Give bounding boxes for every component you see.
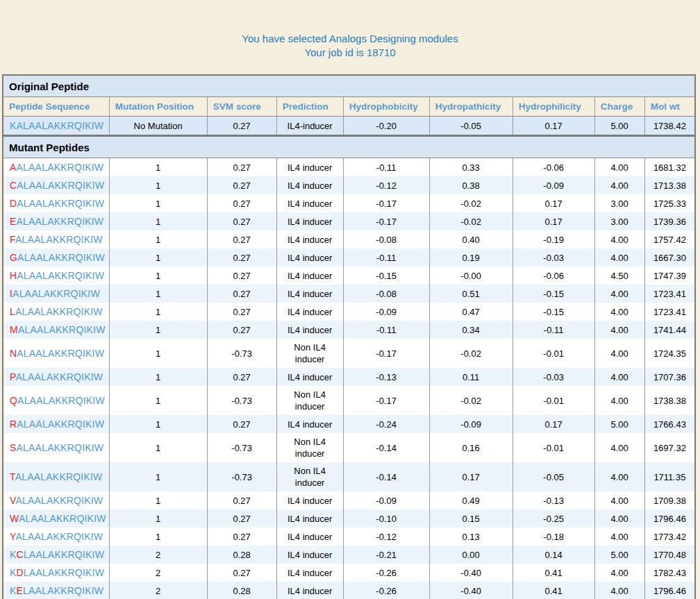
hydrophobicity: -0.15 — [343, 267, 429, 285]
sequence-suffix: ALAALAKKRQIKIW — [17, 216, 104, 227]
hydrophilicity: 0.41 — [512, 582, 594, 599]
svm-score: 0.27 — [207, 285, 276, 303]
sequence-suffix: ALAALAKKRQIKIW — [15, 306, 103, 317]
mutated-residue: V — [10, 495, 16, 506]
hydrophilicity: -0.05 — [512, 462, 594, 491]
mol-wt: 1697.32 — [644, 433, 695, 462]
svm-score: 0.27 — [207, 415, 276, 433]
mutation-position: 2 — [109, 564, 207, 582]
hydrophobicity: -0.12 — [343, 176, 429, 194]
mutant-sequence: SALAALAKKRQIKIW — [3, 433, 109, 462]
mutated-residue: Y — [10, 531, 16, 542]
svm-score: 0.27 — [207, 248, 276, 267]
svm-score: 0.27 — [207, 230, 276, 248]
hydropathicity: 0.16 — [429, 433, 512, 462]
mutant-sequence: IALAALAKKRQIKIW — [3, 285, 109, 303]
svm-score: 0.27 — [207, 321, 276, 339]
hydrophilicity: -0.06 — [512, 158, 594, 177]
hydrophobicity: -0.26 — [343, 564, 429, 582]
mutant-sequence: DALAALAKKRQIKIW — [3, 194, 109, 212]
svm-score: 0.27 — [207, 194, 276, 212]
mutation-position: 1 — [109, 386, 207, 415]
sequence-suffix: ALAALAKKRQIKIW — [16, 495, 103, 506]
mol-wt: 1766.43 — [644, 415, 695, 433]
prediction: IL4 inducer — [276, 267, 343, 285]
mutant-sequence: GALAALAKKRQIKIW — [3, 248, 109, 267]
mutation-position: 2 — [109, 546, 207, 564]
column-header-hydrophobicity: Hydrophobicity — [343, 97, 429, 117]
charge: 4.00 — [594, 303, 644, 321]
mutant-sequence: EALAALAKKRQIKIW — [3, 212, 109, 230]
column-header-peptide-sequence: Peptide Sequence — [3, 97, 109, 117]
mutated-residue: R — [10, 419, 17, 430]
section-header-mutant: Mutant Peptides — [3, 136, 695, 158]
charge: 3.00 — [594, 194, 644, 212]
mol-wt: 1738.38 — [644, 386, 695, 415]
mutant-peptide-row: LALAALAKKRQIKIW 1 0.27 IL4 inducer -0.09… — [3, 303, 695, 321]
mol-wt: 1713.38 — [644, 176, 695, 194]
mol-wt: 1770.48 — [644, 546, 695, 564]
mutant-rows: AALAALAKKRQIKIW 1 0.27 IL4 inducer -0.11… — [3, 158, 695, 599]
original-hydrophilicity: 0.17 — [512, 117, 594, 136]
mutation-position: 1 — [109, 158, 207, 177]
mutated-residue: P — [10, 371, 16, 382]
sequence-suffix: ALAALAKKRQIKIW — [17, 348, 104, 359]
hydrophobicity: -0.17 — [343, 194, 429, 212]
original-mol-wt: 1738.42 — [644, 117, 695, 136]
mutated-residue: C — [10, 180, 17, 191]
svm-score: -0.73 — [207, 433, 276, 462]
page-title: You have selected Analogs Designing modu… — [0, 32, 700, 46]
column-header-prediction: Prediction — [276, 97, 343, 117]
column-header-charge: Charge — [594, 97, 644, 117]
mutation-position: 1 — [109, 176, 207, 194]
mol-wt: 1741.44 — [644, 321, 695, 339]
hydropathicity: 0.00 — [429, 546, 512, 564]
charge: 3.00 — [594, 212, 644, 230]
svm-score: -0.73 — [207, 339, 276, 368]
mutant-peptide-row: WALAALAKKRQIKIW 1 0.27 IL4 inducer -0.10… — [3, 509, 695, 528]
mutant-peptide-row: KCLAALAKKRQIKIW 2 0.28 IL4 inducer -0.21… — [3, 546, 695, 564]
hydrophilicity: -0.09 — [512, 176, 594, 194]
hydrophilicity: -0.18 — [512, 528, 594, 546]
sequence-suffix: ALAALAKKRQIKIW — [18, 324, 106, 335]
prediction: IL4 inducer — [276, 285, 343, 303]
section-title-original: Original Peptide — [3, 75, 695, 97]
mutant-sequence: KDLAALAKKRQIKIW — [3, 564, 109, 582]
sequence-suffix: ALAALAKKRQIKIW — [15, 471, 103, 482]
mutation-position: 1 — [109, 303, 207, 321]
job-id-text: Your job id is 18710 — [0, 46, 700, 60]
prediction: IL4 inducer — [276, 509, 343, 528]
mutated-residue: C — [17, 549, 24, 560]
hydrophobicity: -0.17 — [343, 212, 429, 230]
mutant-peptide-row: PALAALAKKRQIKIW 1 0.27 IL4 inducer -0.13… — [3, 368, 695, 386]
hydrophobicity: -0.08 — [343, 285, 429, 303]
sequence-suffix: ALAALAKKRQIKIW — [17, 442, 104, 453]
mol-wt: 1782.43 — [644, 564, 695, 582]
hydrophilicity: -0.15 — [512, 303, 594, 321]
mutant-peptide-row: GALAALAKKRQIKIW 1 0.27 IL4 inducer -0.11… — [3, 248, 695, 267]
column-header-mol-wt: Mol wt — [644, 97, 695, 117]
column-header-row: Peptide Sequence Mutation Position SVM s… — [3, 97, 695, 117]
hydrophilicity: 0.14 — [512, 546, 594, 564]
hydrophilicity: 0.17 — [512, 212, 594, 230]
hydropathicity: 0.19 — [429, 248, 512, 267]
mutation-position: 1 — [109, 528, 207, 546]
hydrophobicity: -0.09 — [343, 303, 429, 321]
hydropathicity: 0.17 — [429, 462, 512, 491]
mutated-residue: L — [10, 306, 15, 317]
mutation-position: 1 — [109, 194, 207, 212]
hydropathicity: -0.09 — [429, 415, 512, 433]
mutant-peptide-row: AALAALAKKRQIKIW 1 0.27 IL4 inducer -0.11… — [3, 158, 695, 177]
mutant-sequence: NALAALAKKRQIKIW — [3, 339, 109, 368]
charge: 4.00 — [594, 509, 644, 528]
svm-score: 0.27 — [207, 303, 276, 321]
section-header-original: Original Peptide — [3, 75, 695, 97]
mol-wt: 1739.36 — [644, 212, 695, 230]
mutation-position: 1 — [109, 230, 207, 248]
charge: 4.00 — [594, 230, 644, 248]
hydrophobicity: -0.11 — [343, 158, 429, 177]
mutant-peptide-row: TALAALAKKRQIKIW 1 -0.73 Non IL4 inducer … — [3, 462, 695, 491]
mutation-position: 1 — [109, 321, 207, 339]
sequence-suffix: ALAALAKKRQIKIW — [12, 288, 100, 299]
hydrophobicity: -0.26 — [343, 582, 429, 599]
